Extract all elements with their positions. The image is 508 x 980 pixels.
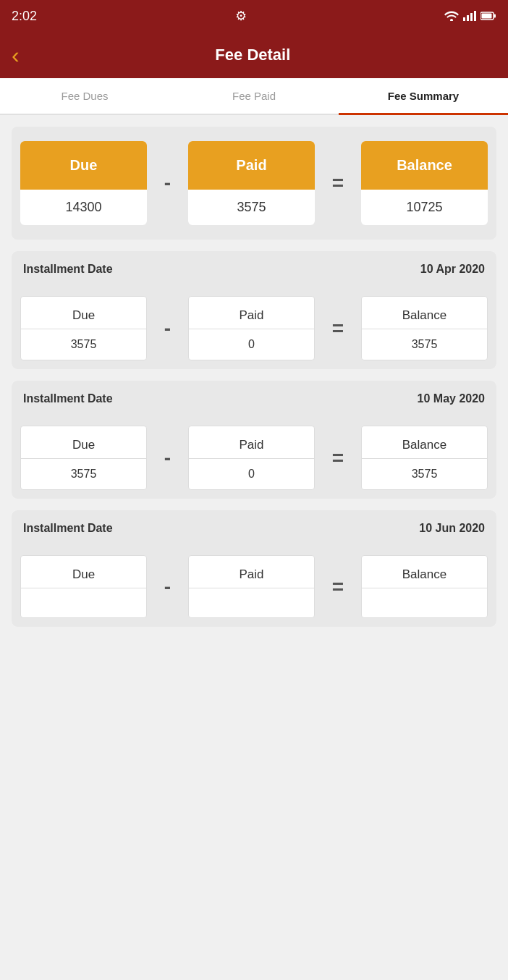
back-button[interactable]: ‹: [12, 42, 20, 69]
installment-body-3: Due - Paid = Balance: [12, 546, 496, 627]
inst-balance-label-1: Balance: [362, 297, 487, 329]
installment-section-1: Installment Date 10 Apr 2020 Due 3575 - …: [12, 251, 496, 369]
status-bar: 2:02 ⚙: [0, 0, 508, 32]
inst-equals-3: =: [332, 575, 344, 599]
inst-equals-1: =: [332, 317, 344, 340]
inst-minus-1: -: [164, 317, 171, 340]
installment-header-2: Installment Date 10 May 2020: [12, 381, 496, 417]
summary-card: Due 14300 - Paid 3575 = Balance 10725: [12, 127, 496, 240]
inst-due-box-1: Due 3575: [20, 296, 147, 360]
inst-paid-box-2: Paid 0: [188, 426, 315, 490]
paid-box: Paid 3575: [188, 141, 315, 225]
balance-label: Balance: [361, 141, 488, 190]
signal-icon: [463, 11, 476, 21]
main-content: Due 14300 - Paid 3575 = Balance 10725 In…: [0, 115, 508, 650]
installment-section-3: Installment Date 10 Jun 2020 Due - Paid …: [12, 510, 496, 627]
inst-equals-2: =: [332, 447, 344, 470]
inst-due-label-2: Due: [21, 426, 146, 459]
inst-balance-box-2: Balance 3575: [361, 426, 488, 490]
installment-date-2: 10 May 2020: [418, 392, 485, 405]
status-time: 2:02: [12, 9, 37, 24]
installment-section-2: Installment Date 10 May 2020 Due 3575 - …: [12, 381, 496, 499]
inst-due-label-1: Due: [21, 297, 146, 329]
inst-balance-value-1: 3575: [362, 329, 487, 360]
balance-box: Balance 10725: [361, 141, 488, 225]
inst-paid-label-3: Paid: [189, 556, 314, 588]
svg-rect-1: [463, 17, 465, 21]
wifi-icon: [444, 11, 459, 21]
inst-paid-label-1: Paid: [189, 297, 314, 329]
tab-fee-dues[interactable]: Fee Dues: [0, 78, 169, 114]
inst-paid-value-2: 0: [189, 459, 314, 489]
tab-underline: [339, 113, 508, 115]
installment-label-1: Installment Date: [23, 263, 113, 276]
battery-icon: [481, 12, 496, 20]
tab-fee-paid[interactable]: Fee Paid: [169, 78, 339, 114]
inst-due-box-2: Due 3575: [20, 426, 147, 490]
due-label: Due: [20, 141, 147, 190]
paid-label: Paid: [188, 141, 315, 190]
tab-fee-summary[interactable]: Fee Summary: [339, 78, 508, 114]
inst-balance-box-1: Balance 3575: [361, 296, 488, 360]
status-icons: [444, 11, 496, 21]
installment-date-3: 10 Jun 2020: [419, 522, 485, 535]
inst-paid-label-2: Paid: [189, 426, 314, 459]
balance-value: 10725: [361, 190, 488, 225]
svg-rect-7: [481, 14, 491, 19]
inst-due-value-1: 3575: [21, 329, 146, 360]
inst-due-value-3: [21, 588, 146, 617]
svg-rect-6: [494, 14, 496, 18]
inst-balance-box-3: Balance: [361, 555, 488, 618]
installment-label-3: Installment Date: [23, 522, 113, 535]
due-box: Due 14300: [20, 141, 147, 225]
minus-operator: -: [164, 172, 171, 195]
inst-paid-value-1: 0: [189, 329, 314, 360]
inst-paid-box-3: Paid: [188, 555, 315, 618]
inst-balance-label-2: Balance: [362, 426, 487, 459]
app-bar: ‹ Fee Detail: [0, 32, 508, 78]
inst-minus-3: -: [164, 575, 171, 599]
inst-balance-label-3: Balance: [362, 556, 487, 588]
inst-due-box-3: Due: [20, 555, 147, 618]
svg-rect-3: [470, 13, 473, 21]
installment-header-1: Installment Date 10 Apr 2020: [12, 251, 496, 287]
gear-icon: ⚙: [235, 8, 247, 24]
svg-point-0: [450, 19, 453, 21]
svg-rect-2: [467, 15, 469, 21]
inst-balance-value-2: 3575: [362, 459, 487, 489]
inst-paid-value-3: [189, 588, 314, 617]
installment-body-2: Due 3575 - Paid 0 = Balance 3575: [12, 417, 496, 499]
app-bar-title: Fee Detail: [31, 46, 475, 64]
installment-label-2: Installment Date: [23, 392, 113, 405]
tab-bar: Fee Dues Fee Paid Fee Summary: [0, 78, 508, 115]
installment-date-1: 10 Apr 2020: [420, 263, 485, 276]
inst-due-value-2: 3575: [21, 459, 146, 489]
inst-minus-2: -: [164, 447, 171, 470]
due-value: 14300: [20, 190, 147, 225]
inst-balance-value-3: [362, 588, 487, 617]
inst-due-label-3: Due: [21, 556, 146, 588]
svg-rect-4: [474, 11, 476, 21]
equals-operator: =: [332, 172, 344, 195]
paid-value: 3575: [188, 190, 315, 225]
inst-paid-box-1: Paid 0: [188, 296, 315, 360]
installment-header-3: Installment Date 10 Jun 2020: [12, 510, 496, 546]
installment-body-1: Due 3575 - Paid 0 = Balance 3575: [12, 287, 496, 369]
